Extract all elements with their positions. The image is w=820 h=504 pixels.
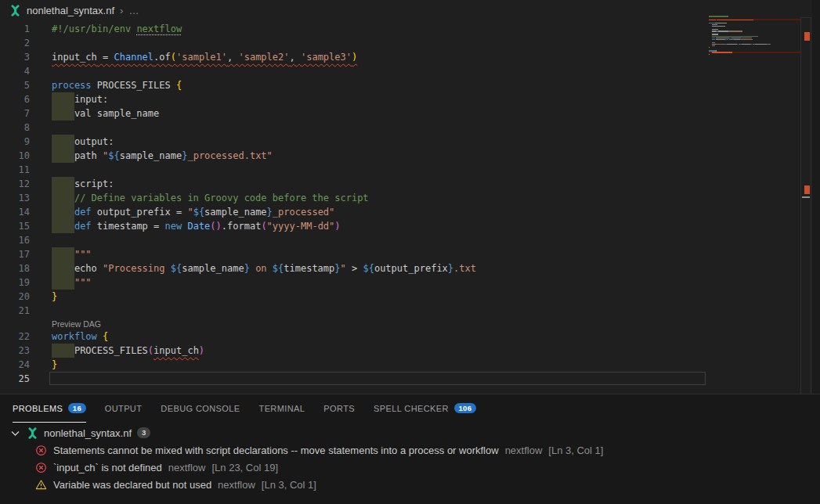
code-token: new <box>165 221 182 232</box>
code-token: def <box>74 207 92 218</box>
line-number[interactable]: 10 <box>0 150 30 161</box>
line-number[interactable]: 7 <box>0 108 30 119</box>
code-token <box>52 277 74 288</box>
code-line[interactable]: 16 <box>0 233 709 247</box>
line-number[interactable]: 6 <box>0 94 30 105</box>
code-line-content: input: <box>52 92 709 106</box>
code-line[interactable]: 3input_ch = Channel.of('sample1', 'sampl… <box>0 50 709 64</box>
code-line[interactable]: 2 <box>0 36 709 50</box>
bottom-panel: PROBLEMS16OUTPUTDEBUG CONSOLETERMINALPOR… <box>0 394 820 504</box>
code-line[interactable]: 11 <box>0 163 709 177</box>
line-number[interactable]: 13 <box>0 193 30 203</box>
line-number[interactable]: 2 <box>0 38 30 49</box>
code-line[interactable]: 8 <box>0 121 709 135</box>
code-line-content: process PROCESS_FILES { <box>52 78 709 92</box>
line-number[interactable]: 16 <box>0 235 30 246</box>
minimap[interactable] <box>709 16 800 78</box>
panel-tab-ports[interactable]: PORTS <box>323 394 355 423</box>
line-number[interactable]: 24 <box>0 359 30 370</box>
code-line[interactable]: 13 // Define variables in Groovy code be… <box>0 191 709 205</box>
problem-row[interactable]: `input_ch` is not definednextflow[Ln 23,… <box>0 459 820 476</box>
code-token: Channel <box>114 52 154 63</box>
line-number[interactable]: 23 <box>0 345 30 356</box>
code-token: nextflow <box>136 23 182 34</box>
panel-tab-terminal[interactable]: TERMINAL <box>259 394 305 423</box>
code-line-content: echo "Processing ${sample_name} on ${tim… <box>52 261 709 275</box>
line-number[interactable]: 21 <box>0 305 30 316</box>
problems-filename: nonlethal_syntax.nf <box>44 427 132 439</box>
overview-cursor-marker <box>802 196 810 198</box>
code-token: timestamp = <box>92 221 165 232</box>
code-line-content: val sample_name <box>52 106 709 121</box>
code-token: , <box>227 52 238 63</box>
code-token: "Processing <box>103 263 171 274</box>
code-line-content: def output_prefix = "${sample_name}_proc… <box>52 205 709 219</box>
line-number[interactable]: 11 <box>0 164 30 175</box>
code-token: process <box>52 80 97 91</box>
code-token: _processed" <box>273 207 334 218</box>
nextflow-logo-icon <box>27 427 38 439</box>
code-editor[interactable]: 1#!/usr/bin/env nextflow23input_ch = Cha… <box>0 20 709 394</box>
code-line[interactable]: 19 """ <box>0 275 709 290</box>
line-number[interactable]: 3 <box>0 52 30 63</box>
code-line[interactable]: 10 path "${sample_name}_processed.txt" <box>0 149 709 163</box>
line-number[interactable]: 9 <box>0 136 30 147</box>
code-line[interactable]: 14 def output_prefix = "${sample_name}_p… <box>0 205 709 219</box>
code-line-content: #!/usr/bin/env nextflow <box>52 22 709 36</box>
code-line[interactable]: 23 PROCESS_FILES(input_ch) <box>0 344 709 358</box>
code-token: input_ch <box>154 345 199 356</box>
problem-row[interactable]: Statements cannot be mixed with script d… <box>0 441 820 459</box>
chevron-down-icon[interactable] <box>9 427 21 439</box>
code-line[interactable]: 18 echo "Processing ${sample_name} on ${… <box>0 261 709 275</box>
problems-file-row[interactable]: nonlethal_syntax.nf 3 <box>0 424 820 441</box>
code-line[interactable]: 6 input: <box>0 92 709 106</box>
code-token: .format <box>222 221 262 232</box>
line-number[interactable]: 18 <box>0 263 30 274</box>
line-number[interactable]: 15 <box>0 221 30 232</box>
code-line[interactable]: 7 val sample_name <box>0 106 709 121</box>
line-number[interactable]: 14 <box>0 207 30 218</box>
problems-tree: nonlethal_syntax.nf 3 Statements cannot … <box>0 424 820 493</box>
code-line[interactable]: 20} <box>0 290 709 304</box>
codelens-preview-dag[interactable]: Preview DAG <box>52 319 101 329</box>
code-line-content: path "${sample_name}_processed.txt" <box>52 149 709 163</box>
panel-tab-debug-console[interactable]: DEBUG CONSOLE <box>161 394 240 423</box>
line-number[interactable]: 5 <box>0 80 30 91</box>
breadcrumb[interactable]: nonlethal_syntax.nf › … <box>0 0 800 20</box>
problems-count-badge: 3 <box>137 427 150 438</box>
code-token: ${ <box>193 207 204 218</box>
panel-tab-output[interactable]: OUTPUT <box>105 394 143 423</box>
line-number[interactable]: 4 <box>0 66 30 77</box>
line-number[interactable]: 19 <box>0 277 30 288</box>
breadcrumb-filename[interactable]: nonlethal_syntax.nf <box>27 5 114 16</box>
code-line[interactable]: 12 script: <box>0 177 709 191</box>
line-number[interactable]: 22 <box>0 331 30 342</box>
code-token: output_prefix = <box>92 207 188 218</box>
code-line[interactable]: 17 """ <box>0 247 709 261</box>
tab-label: OUTPUT <box>105 404 143 413</box>
code-line[interactable]: 1#!/usr/bin/env nextflow <box>0 22 709 36</box>
code-line[interactable]: 5process PROCESS_FILES { <box>0 78 709 92</box>
line-number[interactable]: 8 <box>0 122 30 133</box>
code-line[interactable]: 22workflow { <box>0 329 709 344</box>
code-line[interactable]: 9 output: <box>0 135 709 149</box>
code-token: 'sample3' <box>301 52 352 63</box>
current-line-highlight <box>49 372 706 385</box>
overview-ruler[interactable] <box>800 17 811 394</box>
line-number[interactable]: 25 <box>0 373 30 384</box>
code-line[interactable]: 4 <box>0 64 709 78</box>
breadcrumb-ellipsis[interactable]: … <box>128 5 139 16</box>
panel-tab-spell-checker[interactable]: SPELL CHECKER106 <box>374 394 476 423</box>
code-line[interactable]: 15 def timestamp = new Date().format("yy… <box>0 219 709 233</box>
line-number[interactable]: 12 <box>0 178 30 189</box>
minimap-line <box>709 55 800 56</box>
problem-row[interactable]: Variable was declared but not usednextfl… <box>0 476 820 493</box>
line-number[interactable]: 1 <box>0 23 30 34</box>
code-line[interactable]: 25 <box>0 372 709 386</box>
code-line[interactable]: 24} <box>0 358 709 372</box>
line-number[interactable]: 17 <box>0 249 30 260</box>
panel-tab-problems[interactable]: PROBLEMS16 <box>13 394 86 423</box>
code-line[interactable]: 21 <box>0 304 709 318</box>
line-number[interactable]: 20 <box>0 291 30 302</box>
tab-badge: 106 <box>454 403 476 414</box>
